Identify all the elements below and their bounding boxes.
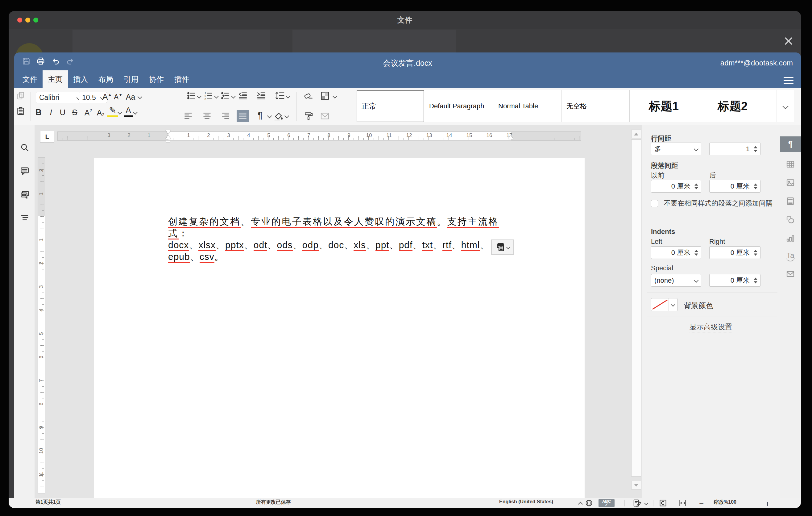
spinner-arrows[interactable] xyxy=(754,146,757,152)
navigation-headings-icon[interactable] xyxy=(19,212,31,224)
search-icon[interactable] xyxy=(19,142,31,153)
document-paragraph[interactable]: 创建复杂的文档、专业的电子表格以及令人赞叹的演示文稿。支持主流格式： docx、… xyxy=(168,216,514,263)
font-color-icon[interactable]: A xyxy=(124,106,133,117)
line-spacing-select[interactable]: 多 xyxy=(651,143,701,155)
align-left-icon[interactable] xyxy=(183,111,194,122)
spell-check-icon[interactable]: ABC✓ xyxy=(599,499,614,507)
track-changes-icon[interactable] xyxy=(632,498,642,508)
bullet-list-icon[interactable] xyxy=(186,90,197,101)
tab-plugins[interactable]: 插件 xyxy=(169,70,194,88)
scroll-down-button[interactable] xyxy=(631,481,641,489)
style-heading2[interactable]: 标题2 xyxy=(698,90,767,122)
style-normal[interactable]: 正常 xyxy=(357,90,424,122)
line-spacing-icon[interactable] xyxy=(274,90,286,101)
tab-insert[interactable]: 插入 xyxy=(68,70,93,88)
special-indent-select[interactable]: (none) xyxy=(651,274,701,287)
indent-right-spinner[interactable]: 0 厘米 xyxy=(709,246,760,259)
panel-divider xyxy=(647,317,778,317)
numbered-list-icon[interactable]: 123 xyxy=(203,90,214,101)
underline-icon[interactable]: U xyxy=(58,107,67,117)
font-name-select[interactable]: Calibri xyxy=(36,92,83,103)
table-settings-icon[interactable] xyxy=(780,155,801,173)
indent-left-spinner[interactable]: 0 厘米 xyxy=(651,246,701,259)
superscript-icon[interactable]: A2 xyxy=(83,106,94,117)
spinner-arrows[interactable] xyxy=(754,278,757,283)
first-line-indent-marker[interactable] xyxy=(166,130,171,134)
spinner-arrows[interactable] xyxy=(754,250,757,256)
highlight-color-icon[interactable]: ✎ xyxy=(107,105,118,117)
paragraph-shading-icon[interactable] xyxy=(273,111,284,122)
scroll-up-button[interactable] xyxy=(631,130,641,138)
align-right-icon[interactable] xyxy=(220,111,231,122)
subscript-icon[interactable]: A2 xyxy=(95,106,106,117)
hanging-indent-marker[interactable] xyxy=(166,135,171,139)
fit-width-icon[interactable] xyxy=(677,498,688,508)
fit-page-icon[interactable] xyxy=(658,498,668,508)
style-normal-table[interactable]: Normal Table xyxy=(493,90,561,122)
bold-icon[interactable]: B xyxy=(34,107,43,117)
chat-icon[interactable] xyxy=(19,189,31,201)
chart-settings-icon[interactable] xyxy=(780,230,801,247)
left-indent-marker[interactable] xyxy=(166,140,170,143)
text-segment: txt xyxy=(422,240,433,251)
page-count-status[interactable]: 第1页共1页 xyxy=(35,499,61,506)
tab-file[interactable]: 文件 xyxy=(17,70,42,88)
strikeout-icon[interactable]: S xyxy=(70,107,79,117)
decrease-indent-icon[interactable] xyxy=(237,90,249,101)
italic-icon[interactable]: I xyxy=(47,107,55,117)
change-case-icon[interactable]: Aa xyxy=(124,91,137,103)
right-indent-marker[interactable] xyxy=(508,135,513,139)
scrollbar-thumb[interactable] xyxy=(631,140,641,477)
special-indent-by-spinner[interactable]: 0 厘米 xyxy=(709,274,760,287)
zoom-level[interactable]: 缩放%100 xyxy=(714,499,736,506)
nonprinting-characters-icon[interactable]: ¶ xyxy=(256,109,265,121)
text-art-settings-icon[interactable]: Ta xyxy=(780,248,801,265)
background-color-picker[interactable] xyxy=(651,298,677,311)
clear-style-icon[interactable] xyxy=(302,90,315,101)
spinner-arrows[interactable] xyxy=(694,183,698,189)
spacing-after-spinner[interactable]: 0 厘米 xyxy=(709,180,760,193)
set-language-globe-icon[interactable] xyxy=(584,499,593,507)
align-justify-icon[interactable] xyxy=(237,110,249,122)
tab-home[interactable]: 主页 xyxy=(42,70,68,88)
no-space-same-style-checkbox[interactable] xyxy=(651,200,658,207)
image-settings-icon[interactable] xyxy=(780,174,801,191)
tab-references[interactable]: 引用 xyxy=(118,70,144,88)
line-spacing-value-spinner[interactable]: 1 xyxy=(709,143,760,155)
tab-collaboration[interactable]: 协作 xyxy=(144,70,169,88)
comments-icon[interactable] xyxy=(19,165,31,177)
paste-icon[interactable] xyxy=(16,106,26,117)
decrease-font-icon[interactable]: A▼ xyxy=(113,91,123,103)
style-heading1[interactable]: 标题1 xyxy=(630,90,698,122)
close-icon[interactable] xyxy=(783,35,794,47)
increase-font-icon[interactable]: A▲ xyxy=(102,91,112,103)
zoom-out-icon[interactable]: − xyxy=(699,499,704,508)
menu-icon[interactable] xyxy=(784,75,793,82)
document-page[interactable]: 创建复杂的文档、专业的电子表格以及令人赞叹的演示文稿。支持主流格式： docx、… xyxy=(94,158,585,498)
mail-merge-settings-icon[interactable] xyxy=(780,265,801,283)
tab-layout[interactable]: 布局 xyxy=(93,70,118,88)
paste-options-button[interactable] xyxy=(491,239,514,255)
shading-grid-icon[interactable] xyxy=(319,89,331,102)
shape-settings-icon[interactable] xyxy=(780,211,801,228)
style-no-spacing[interactable]: 无空格 xyxy=(561,90,630,122)
multilevel-list-icon[interactable] xyxy=(220,90,231,101)
copy-icon[interactable] xyxy=(16,90,26,101)
text-segment: 、 xyxy=(267,240,277,250)
zoom-in-icon[interactable]: + xyxy=(765,499,770,508)
tab-stop-selector[interactable]: L xyxy=(40,131,54,143)
style-default-paragraph[interactable]: Default Paragraph xyxy=(424,90,493,122)
header-footer-settings-icon[interactable] xyxy=(780,193,801,210)
align-center-icon[interactable] xyxy=(201,111,212,122)
copy-style-icon[interactable] xyxy=(302,111,315,122)
paragraph-settings-icon[interactable]: ¶ xyxy=(780,136,801,152)
spacing-before-spinner[interactable]: 0 厘米 xyxy=(651,180,701,193)
language-selector[interactable]: English (United States) xyxy=(499,499,553,505)
advanced-settings-link[interactable]: 显示高级设置 xyxy=(690,323,732,333)
style-gallery-expand-icon[interactable] xyxy=(777,90,794,122)
spinner-arrows[interactable] xyxy=(754,183,757,189)
spinner-arrows[interactable] xyxy=(694,250,698,256)
chevron-down-icon[interactable] xyxy=(669,298,677,311)
mail-merge-icon[interactable] xyxy=(319,111,331,122)
increase-indent-icon[interactable] xyxy=(256,90,267,101)
